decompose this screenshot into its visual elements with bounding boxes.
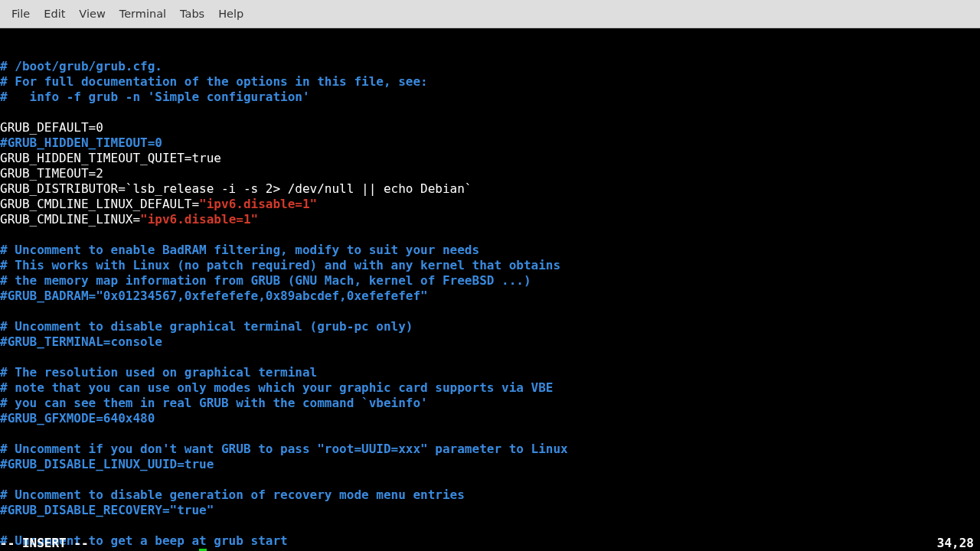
editor-line[interactable]: GRUB_TIMEOUT=2 [0, 166, 980, 181]
editor-line[interactable]: # the memory map information from GRUB (… [0, 273, 980, 289]
editor-line[interactable] [0, 518, 980, 533]
code-comment: #GRUB_TERMINAL=console [0, 334, 162, 349]
code-comment: #GRUB_BADRAM="0x01234567,0xfefefefe,0x89… [0, 289, 428, 303]
code-text: GRUB_CMDLINE_LINUX_DEFAULT= [0, 197, 199, 211]
code-comment: # Uncomment to disable graphical termina… [0, 319, 413, 334]
menu-edit[interactable]: Edit [37, 5, 72, 23]
code-text: GRUB_CMDLINE_LINUX= [0, 212, 140, 227]
editor-line[interactable] [0, 105, 980, 120]
code-comment: # Uncomment if you don't want GRUB to pa… [0, 442, 568, 456]
editor-line[interactable]: # /boot/grub/grub.cfg. [0, 59, 980, 74]
code-comment: #GRUB_GFXMODE=640x480 [0, 411, 155, 425]
editor-line[interactable] [0, 350, 980, 365]
editor-line[interactable]: # note that you can use only modes which… [0, 380, 980, 396]
menu-help[interactable]: Help [211, 5, 250, 23]
editor-line[interactable]: # Uncomment if you don't want GRUB to pa… [0, 442, 980, 457]
menu-file[interactable]: File [5, 5, 37, 23]
code-comment: #GRUB_DISABLE_LINUX_UUID=true [0, 457, 214, 471]
code-comment: # For full documentation of the options … [0, 74, 428, 89]
editor-line[interactable]: # Uncomment to disable graphical termina… [0, 319, 980, 334]
editor-line[interactable] [0, 227, 980, 243]
code-comment: # Uncomment to enable BadRAM filtering, … [0, 243, 479, 257]
code-comment: # the memory map information from GRUB (… [0, 273, 531, 288]
menu-tabs[interactable]: Tabs [173, 5, 211, 23]
terminal-editor[interactable]: # /boot/grub/grub.cfg.# For full documen… [0, 28, 980, 551]
code-comment: # info -f grub -n 'Simple configuration' [0, 90, 310, 104]
editor-line[interactable]: GRUB_HIDDEN_TIMEOUT_QUIET=true [0, 151, 980, 166]
menu-terminal[interactable]: Terminal [113, 5, 173, 23]
editor-content[interactable]: # /boot/grub/grub.cfg.# For full documen… [0, 59, 980, 551]
code-comment: # you can see them in real GRUB with the… [0, 396, 428, 410]
vim-status-bar: -- INSERT -- 34,28 [0, 536, 980, 551]
code-comment: #GRUB_DISABLE_RECOVERY="true" [0, 503, 214, 517]
editor-line[interactable]: # info -f grub -n 'Simple configuration' [0, 90, 980, 105]
code-text: GRUB_TIMEOUT=2 [0, 166, 103, 181]
menu-view[interactable]: View [72, 5, 112, 23]
code-text: GRUB_DISTRIBUTOR=`lsb_release -i -s 2> /… [0, 181, 472, 196]
editor-line[interactable]: GRUB_CMDLINE_LINUX_DEFAULT="ipv6.disable… [0, 197, 980, 212]
code-comment: # note that you can use only modes which… [0, 380, 553, 395]
editor-line[interactable]: # The resolution used on graphical termi… [0, 365, 980, 380]
menubar: FileEditViewTerminalTabsHelp [0, 0, 980, 28]
editor-line[interactable]: # Uncomment to enable BadRAM filtering, … [0, 243, 980, 258]
code-comment: # Uncomment to disable generation of rec… [0, 487, 465, 502]
code-comment: # /boot/grub/grub.cfg. [0, 59, 162, 73]
editor-line[interactable]: GRUB_DEFAULT=0 [0, 120, 980, 135]
editor-line[interactable]: # For full documentation of the options … [0, 74, 980, 90]
editor-line[interactable]: #GRUB_GFXMODE=640x480 [0, 411, 980, 426]
editor-line[interactable]: # you can see them in real GRUB with the… [0, 396, 980, 411]
editor-line[interactable]: # This works with Linux (no patch requir… [0, 258, 980, 273]
editor-line[interactable] [0, 304, 980, 319]
editor-line[interactable]: #GRUB_TERMINAL=console [0, 334, 980, 350]
editor-line[interactable] [0, 472, 980, 487]
code-text: GRUB_HIDDEN_TIMEOUT_QUIET=true [0, 151, 221, 165]
editor-line[interactable]: # Uncomment to disable generation of rec… [0, 487, 980, 503]
code-comment: # The resolution used on graphical termi… [0, 365, 317, 380]
editor-line[interactable]: #GRUB_HIDDEN_TIMEOUT=0 [0, 135, 980, 151]
editor-line[interactable]: #GRUB_DISABLE_LINUX_UUID=true [0, 457, 980, 472]
vim-mode: -- INSERT -- [0, 536, 89, 551]
cursor-position: 34,28 [937, 536, 974, 551]
editor-line[interactable] [0, 426, 980, 442]
editor-line[interactable]: #GRUB_DISABLE_RECOVERY="true" [0, 503, 980, 518]
code-string: "ipv6.disable=1" [199, 197, 317, 211]
code-text: GRUB_DEFAULT=0 [0, 120, 103, 135]
code-comment: #GRUB_HIDDEN_TIMEOUT=0 [0, 135, 162, 150]
editor-line[interactable]: #GRUB_BADRAM="0x01234567,0xfefefefe,0x89… [0, 289, 980, 304]
editor-line[interactable]: GRUB_DISTRIBUTOR=`lsb_release -i -s 2> /… [0, 181, 980, 197]
code-comment: # This works with Linux (no patch requir… [0, 258, 560, 272]
editor-line[interactable]: GRUB_CMDLINE_LINUX="ipv6.disable=1" [0, 212, 980, 227]
code-string: "ipv6.disable=1" [140, 212, 258, 227]
